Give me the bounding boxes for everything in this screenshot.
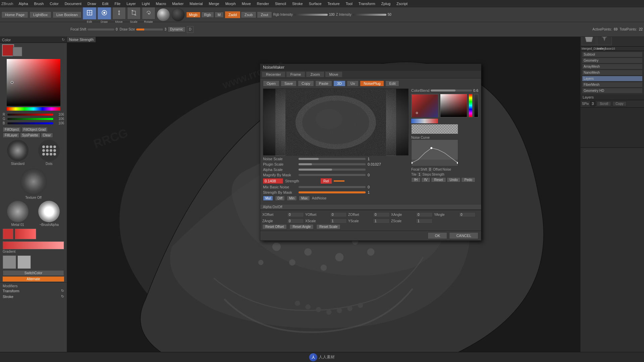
background-color-swatch[interactable] — [13, 47, 22, 56]
copy-nm-button[interactable]: Copy — [298, 80, 314, 86]
menu-surface[interactable]: Surface — [306, 1, 324, 6]
menu-render[interactable]: Render — [254, 1, 272, 6]
pedo-button[interactable]: Pedo — [461, 177, 475, 182]
texture-off-item[interactable]: Texture Off — [3, 168, 64, 199]
frame-button[interactable]: Frame — [286, 71, 306, 77]
orange-btn[interactable] — [334, 180, 344, 182]
mul-button[interactable]: Mul — [263, 196, 273, 201]
live-boolean-button[interactable]: Live Boolean — [53, 11, 82, 18]
gradient-preview[interactable] — [3, 241, 64, 249]
blue-slider[interactable] — [7, 122, 53, 124]
alpha-scale-slider[interactable] — [299, 169, 366, 171]
menu-material[interactable]: Material — [187, 1, 205, 6]
y-offset-input[interactable] — [330, 212, 347, 217]
fill-object-button[interactable]: FillObject — [3, 127, 21, 132]
menu-layer[interactable]: Layer — [124, 1, 139, 6]
menu-transform[interactable]: Transform — [356, 1, 378, 6]
alpha-brush-item[interactable]: ~BrushAlpha — [34, 201, 64, 227]
cancel-button[interactable]: CANCEL — [449, 232, 478, 239]
menu-brush[interactable]: Brush — [32, 1, 47, 6]
gradient-swatch[interactable] — [15, 229, 36, 239]
zout-button[interactable]: Zout — [257, 11, 272, 18]
layers-scroll-area[interactable] — [581, 108, 644, 148]
y-angle-input[interactable] — [459, 212, 476, 217]
menu-morph[interactable]: Morph — [223, 1, 238, 6]
focal-shift-slider[interactable] — [88, 28, 114, 31]
clear-button[interactable]: Clear — [41, 133, 53, 138]
reset-button[interactable]: Reset — [431, 177, 446, 182]
green-slider[interactable] — [7, 118, 53, 120]
fh-button[interactable]: fH — [411, 177, 421, 182]
x-angle-input[interactable] — [416, 212, 433, 217]
draw-size-slider[interactable] — [136, 28, 163, 31]
layers-btn[interactable]: Layers — [582, 76, 643, 81]
arraymesh-btn[interactable]: ArrayMesh — [582, 64, 643, 69]
menu-stencil[interactable]: Stencil — [272, 1, 289, 6]
mode-3d-button[interactable]: 3D — [333, 80, 345, 86]
rel-button[interactable]: Rel — [321, 178, 332, 184]
menu-stroke[interactable]: Stroke — [289, 1, 306, 6]
transform-refresh-icon[interactable]: ↻ — [61, 289, 64, 293]
mode-uv-button[interactable]: Uv — [347, 80, 359, 86]
menu-zplug[interactable]: Zplug — [379, 1, 393, 6]
ok-button[interactable]: OK — [428, 232, 447, 239]
y-scale-input[interactable] — [373, 219, 390, 224]
noise-scale-slider[interactable] — [299, 158, 366, 160]
menu-edit[interactable]: Edit — [99, 1, 111, 6]
max-button[interactable]: Max — [299, 196, 310, 201]
switch-color-swatch2[interactable] — [17, 255, 31, 269]
menu-marker[interactable]: Marker — [169, 1, 186, 6]
cb-alpha-bar[interactable] — [474, 94, 478, 117]
switch-color-swatch1[interactable] — [3, 255, 16, 269]
sys-palette-button[interactable]: SysPalette — [20, 133, 40, 138]
dialog-titlebar[interactable]: NoiseMaker — [260, 64, 481, 71]
color-swatch-red[interactable] — [3, 229, 13, 239]
standard-brush-item[interactable]: Standard — [3, 140, 33, 166]
z-intensity-slider[interactable] — [353, 14, 386, 16]
color-blend-gradient[interactable] — [411, 94, 439, 117]
menu-alpha[interactable]: Alpha — [16, 1, 31, 6]
draw-button[interactable] — [98, 6, 111, 19]
cb-color-preview[interactable] — [412, 94, 438, 118]
zsub-button[interactable]: Zsub — [241, 11, 256, 18]
x-offset-input[interactable] — [287, 212, 304, 217]
menu-zscript[interactable]: Zscript — [394, 1, 410, 6]
material-preview[interactable] — [157, 8, 170, 21]
zadd-button[interactable]: Zadd — [225, 11, 240, 18]
nm-preview[interactable] — [263, 88, 409, 156]
geometry-btn[interactable]: Geometry — [582, 58, 643, 63]
foreground-color-swatch[interactable] — [2, 44, 14, 56]
move-button[interactable]: Move — [325, 71, 343, 77]
dynamic-button[interactable]: Dynamic — [168, 26, 185, 32]
menu-texture[interactable]: Texture — [325, 1, 342, 6]
paste-button[interactable]: Paste — [315, 80, 332, 86]
menu-document[interactable]: Document — [62, 1, 84, 6]
menu-merge[interactable]: Merge — [206, 1, 222, 6]
cb-alpha-checker[interactable] — [411, 124, 458, 134]
strength-mask-slider[interactable] — [299, 191, 366, 193]
hue-slider[interactable] — [7, 107, 60, 111]
menu-color[interactable]: Color — [47, 1, 61, 6]
nanomesh-btn[interactable]: NanoMesh — [582, 70, 643, 75]
strength-input[interactable] — [263, 178, 283, 184]
colorblend-slider[interactable] — [431, 89, 472, 92]
magnify-slider[interactable] — [299, 174, 366, 176]
save-button[interactable]: Save — [281, 80, 297, 86]
reset-scale-button[interactable]: Reset Scale — [316, 224, 340, 229]
scale-button[interactable] — [127, 6, 141, 19]
fibermesh-btn[interactable]: FiberMesh — [582, 82, 643, 87]
menu-file[interactable]: File — [112, 1, 123, 6]
rgb-intensity-slider[interactable] — [294, 14, 328, 16]
menu-draw[interactable]: Draw — [85, 1, 99, 6]
subtool-btn[interactable]: Subtool — [582, 52, 643, 57]
copy-button[interactable]: Copy — [612, 101, 626, 106]
cb-hue-bar[interactable] — [469, 94, 473, 117]
home-page-button[interactable]: Home Page — [1, 11, 28, 18]
diff-button[interactable]: Diff — [275, 196, 285, 201]
metal-brush-item[interactable]: Metal 01 — [3, 201, 33, 227]
edit-button[interactable] — [83, 6, 96, 19]
reset-angle-button[interactable]: Reset Angle — [289, 224, 314, 229]
alpha-on-off-label[interactable]: Alpha On/Off — [263, 205, 282, 209]
mode-edit-button[interactable]: Edit — [385, 80, 399, 86]
fv-button[interactable]: fV — [421, 177, 430, 182]
